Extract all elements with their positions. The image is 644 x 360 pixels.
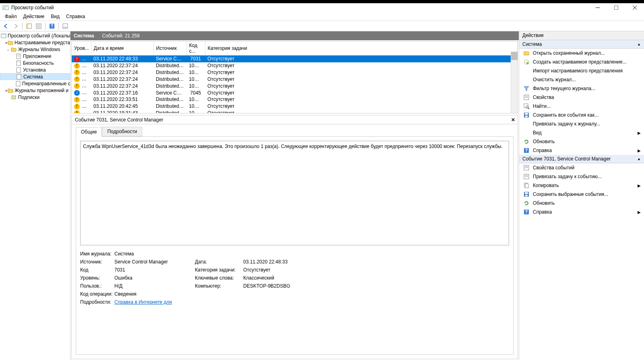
tree-custom-views[interactable]: ▸ Настраиваемые представл [0, 39, 70, 46]
event-row[interactable]: Пр...03.11.2020 22:37:24DistributedC...1… [72, 82, 518, 89]
menu-help[interactable]: Справка [63, 13, 88, 20]
subscriptions-icon [10, 94, 17, 101]
action-вид[interactable]: Вид▶ [519, 128, 644, 137]
actions-section-system[interactable]: Система ▲ [519, 40, 644, 49]
save-icon [523, 191, 530, 197]
submenu-arrow-icon: ▶ [638, 131, 641, 135]
submenu-arrow-icon: ▶ [638, 210, 641, 214]
label-category: Категория задачи: [195, 267, 243, 273]
col-category[interactable]: Категория задачи [205, 41, 518, 56]
menu-file[interactable]: Файл [2, 13, 20, 20]
action-фильтр-текущего-журнала-[interactable]: Фильтр текущего журнала... [519, 84, 644, 93]
menu-view[interactable]: Вид [48, 13, 63, 20]
action-сохранить-все-события-как-[interactable]: Сохранить все события как... [519, 111, 644, 119]
action-label: Обновить [533, 200, 555, 206]
svg-rect-23 [17, 61, 21, 66]
label-keywords: Ключевые слова: [195, 275, 243, 281]
action-открыть-сохраненный-журнал-[interactable]: Открыть сохраненный журнал... [519, 49, 644, 58]
help-icon: ? [523, 209, 530, 215]
actions-pane: Действия Система ▲ Открыть сохраненный ж… [519, 31, 644, 360]
action-справка[interactable]: ?Справка▶ [519, 208, 644, 216]
action-импорт-настраиваемого-представления[interactable]: Импорт настраиваемого представления [519, 66, 644, 75]
action-label: Очистить журнал... [533, 77, 576, 82]
tree-security[interactable]: Безопасность [0, 60, 70, 66]
label-log: Имя журнала: [80, 251, 114, 257]
props-icon [523, 165, 530, 171]
svg-rect-5 [614, 6, 618, 10]
action-привязать-задачу-к-журналу-[interactable]: Привязать задачу к журналу... [519, 119, 644, 128]
close-button[interactable] [625, 3, 644, 12]
grid-scrollbar[interactable] [511, 51, 518, 113]
tree-windows-logs[interactable]: ⌄ Журналы Windows [0, 46, 70, 53]
action-свойства-событий[interactable]: Свойства событий [519, 163, 644, 172]
eventviewer-icon [1, 33, 6, 39]
actions-section-event[interactable]: Событие 7031, Service Control Manager ▲ [519, 155, 644, 163]
svg-text:?: ? [50, 23, 53, 29]
label-computer: Компьютер: [195, 283, 243, 289]
svg-rect-3 [5, 8, 6, 8]
back-button[interactable] [2, 22, 10, 31]
forward-button[interactable] [11, 22, 20, 31]
grid-header-row[interactable]: Уров... Дата и время Источник Код с... К… [72, 41, 518, 56]
svg-rect-38 [525, 115, 528, 117]
tab-general[interactable]: Общие [76, 127, 102, 137]
tab-details[interactable]: Подробности [102, 127, 142, 136]
event-row[interactable]: Пр...03.11.2020 20:42:45DistributedC...1… [72, 103, 518, 110]
value-code: 7031 [114, 267, 195, 273]
help-button[interactable]: ? [48, 22, 56, 31]
action-создать-настраиваемое-представление-[interactable]: Создать настраиваемое представление... [519, 58, 644, 66]
menu-action[interactable]: Действие [20, 13, 48, 20]
event-detail: Событие 7031, Service Control Manager ✕ … [71, 115, 518, 359]
tree-root[interactable]: Просмотр событий (Локальны [0, 32, 70, 39]
action-обновить[interactable]: Обновить [519, 137, 644, 146]
show-tree-button[interactable] [25, 22, 33, 31]
refresh-icon [523, 138, 530, 145]
svg-rect-17 [63, 27, 68, 29]
action-обновить[interactable]: Обновить [519, 199, 644, 208]
filter-icon [523, 85, 530, 92]
online-help-link[interactable]: Справка в Интернете для [114, 299, 195, 305]
event-row[interactable]: Св...03.11.2020 22:37:16Service Cont...7… [72, 89, 518, 96]
tree-subscriptions[interactable]: Подписки [0, 94, 70, 101]
open-icon [523, 50, 530, 56]
submenu-arrow-icon: ▶ [638, 183, 641, 188]
event-row[interactable]: О...03.11.2020 22:48:33Service Cont...70… [72, 56, 518, 62]
minimize-button[interactable] [588, 3, 607, 12]
action-очистить-журнал-[interactable]: Очистить журнал... [519, 75, 644, 84]
svg-point-29 [526, 62, 529, 64]
events-grid[interactable]: Уров... Дата и время Источник Код с... К… [71, 41, 518, 113]
action-сохранить-выбранные-события-[interactable]: Сохранить выбранные события... [519, 190, 644, 199]
event-row[interactable]: Пр...03.11.2020 22:37:24DistributedC...1… [72, 76, 518, 82]
action-найти-[interactable]: Найти... [519, 102, 644, 111]
col-code[interactable]: Код с... [186, 41, 205, 56]
value-level: Ошибка [114, 275, 195, 281]
tree-application[interactable]: Приложение [0, 53, 70, 60]
event-row[interactable]: Пр...03.11.2020 22:37:24DistributedC...1… [72, 69, 518, 76]
properties-button[interactable] [34, 22, 43, 31]
app-icon [2, 4, 9, 11]
detail-close-button[interactable]: ✕ [511, 117, 515, 123]
col-level[interactable]: Уров... [72, 41, 91, 56]
none-icon [523, 121, 530, 127]
event-row[interactable]: Пр...03.11.2020 22:33:51DistributedC...1… [72, 96, 518, 103]
action-привязать-задачу-к-событию-[interactable]: Привязать задачу к событию... [519, 172, 644, 181]
col-date[interactable]: Дата и время [91, 41, 153, 56]
preview-button[interactable] [61, 22, 70, 31]
tree-system[interactable]: Система [0, 73, 70, 80]
event-row[interactable]: Пр...03.11.2020 22:37:24DistributedC...1… [72, 62, 518, 69]
tree-setup[interactable]: Установка [0, 66, 70, 73]
maximize-button[interactable] [607, 3, 625, 12]
warn-icon [74, 97, 80, 103]
event-row[interactable]: Пр...03.11.2020 19:31:43DistributedC...1… [72, 110, 518, 113]
action-label: Создать настраиваемое представление... [533, 59, 627, 65]
action-справка[interactable]: ?Справка▶ [519, 146, 644, 155]
tree-app-service-logs[interactable]: ▸ Журналы приложений и сл [0, 87, 70, 94]
save-icon [523, 112, 530, 118]
action-копировать[interactable]: Копировать▶ [519, 181, 644, 190]
action-свойства[interactable]: Свойства [519, 93, 644, 102]
value-date: 03.11.2020 22:48:33 [243, 259, 324, 265]
center-pane: Система Событий: 21 259 Уров... Дата и в… [70, 31, 519, 360]
col-source[interactable]: Источник [153, 41, 186, 56]
tree-forwarded[interactable]: Перенаправленные соб [0, 80, 70, 87]
event-count: Событий: 21 259 [102, 33, 140, 39]
